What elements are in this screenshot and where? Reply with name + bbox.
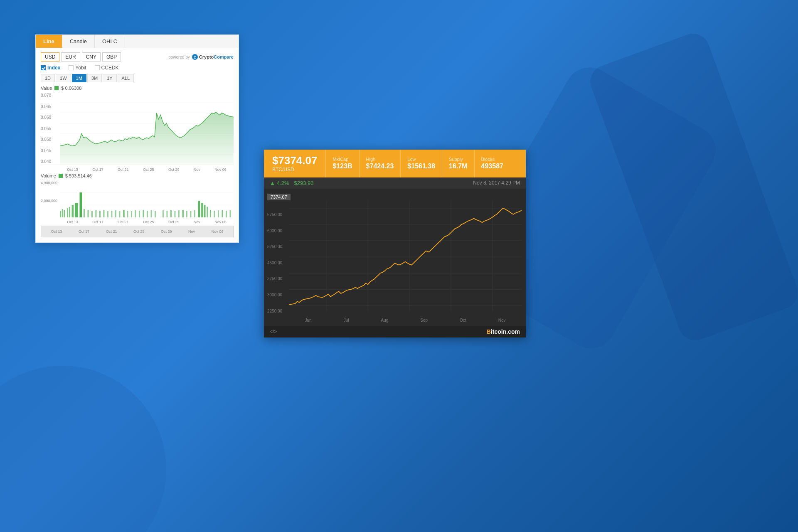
volume-color-box (59, 174, 63, 178)
value-label-text: Value (41, 86, 52, 91)
powered-by: powered by C CryptoCompare (168, 54, 234, 60)
period-buttons: 1D 1W 1M 3M 1Y ALL (41, 74, 234, 82)
low-value: $1561.38 (407, 163, 435, 170)
svg-rect-42 (182, 210, 184, 217)
vx-label-6: Nov 06 (214, 220, 227, 224)
tab-ohlc[interactable]: OHLC (95, 35, 125, 48)
logo-text: CryptoCompare (199, 54, 234, 59)
tab-bar: Line Candle OHLC (36, 35, 239, 48)
period-1y[interactable]: 1Y (103, 74, 116, 82)
period-1d[interactable]: 1D (41, 74, 55, 82)
cryptocompare-widget: Line Candle OHLC USD EUR CNY GBP powered… (35, 34, 239, 243)
vx-label-5: Nov (194, 220, 200, 224)
svg-rect-19 (88, 210, 89, 217)
svg-rect-33 (143, 210, 144, 217)
btc-subheader: ▲ 4.2% $293.93 Nov 8, 2017 4:29 PM (264, 177, 526, 189)
svg-rect-46 (198, 201, 200, 217)
svg-rect-12 (64, 210, 65, 217)
btc-x-aug: Aug (381, 318, 388, 323)
navigator-bar[interactable]: Oct 13 Oct 17 Oct 21 Oct 25 Oct 29 Nov N… (41, 226, 234, 237)
svg-rect-54 (226, 211, 227, 217)
price-chart-area: 0.070 0.065 0.060 0.055 0.050 0.045 0.04… (41, 92, 234, 165)
volume-amount: $ 593,514.46 (65, 173, 92, 178)
vx-label-1: Oct 17 (92, 220, 103, 224)
period-3m[interactable]: 3M (87, 74, 102, 82)
exchange-index[interactable]: Index (41, 65, 60, 71)
btc-y-6: 3750.00 (267, 276, 282, 281)
svg-rect-10 (60, 211, 61, 217)
vx-label-3: Oct 25 (143, 220, 154, 224)
svg-rect-22 (99, 211, 101, 217)
bitcoin-widget: $7374.07 BTC/USD MktCap $123B High $7424… (264, 150, 526, 337)
yobit-checkbox[interactable] (69, 65, 74, 70)
exchange-checkboxes: Index Yobit CCEDK (41, 65, 234, 71)
btc-y-3: 6000.00 (267, 229, 282, 233)
blocks-label: Blocks (481, 157, 503, 162)
volume-label-text: Volume (41, 173, 56, 178)
x-label-3: Oct 25 (143, 167, 154, 172)
svg-rect-44 (190, 211, 192, 217)
stat-high: High $7424.23 (360, 150, 401, 177)
exchange-yobit-label: Yobit (75, 65, 86, 71)
svg-rect-20 (91, 211, 93, 217)
svg-rect-29 (127, 211, 128, 217)
y-label-3: 0.055 (41, 126, 60, 131)
btc-stats-header: $7374.07 BTC/USD MktCap $123B High $7424… (264, 150, 526, 177)
btc-x-nov: Nov (498, 318, 506, 323)
period-all[interactable]: ALL (118, 74, 134, 82)
currency-usd[interactable]: USD (41, 52, 59, 62)
change-pct: 4.2% (277, 180, 289, 186)
currency-cny[interactable]: CNY (82, 52, 101, 62)
x-label-2: Oct 21 (118, 167, 129, 172)
svg-rect-16 (75, 203, 78, 217)
x-label-0: Oct 13 (67, 167, 78, 172)
exchange-ccedk-label: CCEDK (101, 65, 119, 71)
y-axis-labels: 0.070 0.065 0.060 0.055 0.050 0.045 0.04… (41, 92, 60, 165)
currency-gbp[interactable]: GBP (102, 52, 121, 62)
index-checkbox[interactable] (41, 65, 46, 70)
svg-rect-37 (163, 210, 164, 217)
exchange-ccedk[interactable]: CCEDK (95, 65, 119, 71)
svg-rect-31 (135, 210, 136, 217)
nav-x-labels: Oct 13 Oct 17 Oct 21 Oct 25 Oct 29 Nov N… (43, 229, 232, 234)
svg-rect-15 (72, 205, 74, 217)
vx-label-2: Oct 21 (118, 220, 129, 224)
blocks-value: 493587 (481, 163, 503, 170)
btc-price-block: $7374.07 BTC/USD (264, 150, 326, 177)
btc-pair: BTC/USD (272, 167, 317, 172)
embed-icon[interactable]: </> (270, 329, 277, 335)
svg-rect-27 (119, 211, 121, 217)
volume-label-row: Volume $ 593,514.46 (41, 173, 234, 178)
bitcoin-rest: itcoin.com (491, 328, 520, 335)
y-label-2: 0.060 (41, 115, 60, 120)
price-chart-inner (60, 92, 234, 165)
stat-low: Low $1561.38 (401, 150, 442, 177)
stat-blocks: Blocks 493587 (475, 150, 510, 177)
currency-eur[interactable]: EUR (61, 52, 80, 62)
period-1m[interactable]: 1M (72, 74, 86, 82)
vx-label-4: Oct 29 (168, 220, 180, 224)
svg-rect-43 (186, 211, 187, 217)
stat-mktcap: MktCap $123B (326, 150, 359, 177)
svg-rect-18 (84, 209, 85, 217)
vol-y-1: 2,000,000 (41, 199, 60, 203)
svg-rect-39 (170, 210, 172, 217)
tab-candle[interactable]: Candle (62, 35, 95, 48)
current-price-label: 7374.07 (267, 194, 291, 200)
svg-rect-30 (131, 211, 132, 217)
nav-label-6: Nov 06 (212, 229, 224, 234)
btc-footer: </> Bitcoin.com (264, 326, 526, 337)
volume-y-axis: 4,000,000 2,000,000 (41, 180, 60, 217)
period-1w[interactable]: 1W (56, 74, 71, 82)
widget-body: USD EUR CNY GBP powered by C CryptoCompa… (36, 48, 239, 242)
svg-rect-55 (230, 210, 231, 217)
svg-rect-50 (210, 210, 211, 217)
svg-rect-26 (115, 210, 116, 217)
svg-rect-53 (222, 210, 223, 217)
btc-y-4: 5250.00 (267, 244, 282, 249)
tab-line[interactable]: Line (36, 35, 62, 48)
btc-y-2: 6750.00 (267, 212, 282, 217)
supply-value: 16.7M (449, 163, 467, 170)
ccedk-checkbox[interactable] (95, 65, 100, 70)
exchange-yobit[interactable]: Yobit (69, 65, 86, 71)
